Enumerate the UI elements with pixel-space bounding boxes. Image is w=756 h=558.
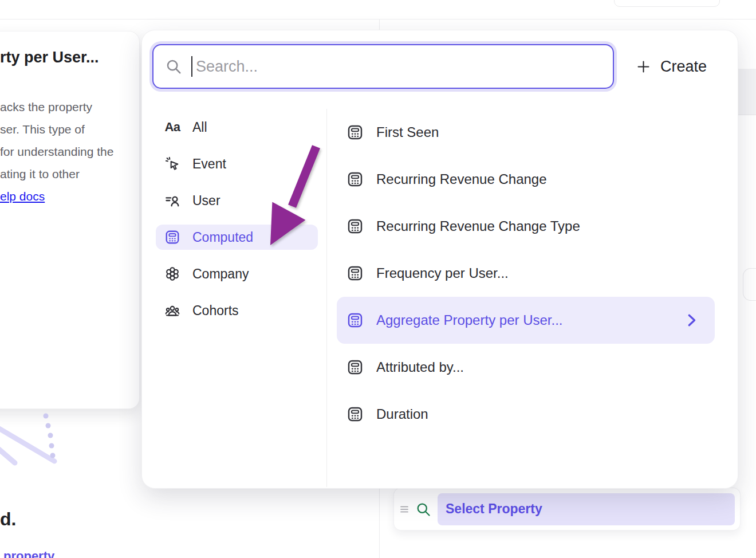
category-label: Company	[192, 266, 249, 282]
user-list-icon	[164, 192, 180, 209]
calculator-icon	[346, 171, 364, 188]
calculator-icon	[346, 265, 364, 282]
category-event[interactable]: Event	[156, 151, 318, 176]
category-computed[interactable]: Computed	[156, 225, 318, 250]
tooltip-title: rty per User...	[0, 49, 99, 66]
category-all[interactable]: AaAll	[156, 115, 318, 140]
property-label: Recurring Revenue Change Type	[376, 218, 580, 234]
property-recurring-revenue-change-type[interactable]: Recurring Revenue Change Type	[337, 203, 715, 250]
category-label: Event	[192, 156, 226, 172]
top-divider	[0, 19, 756, 19]
property-label: Attributed by...	[376, 359, 464, 375]
property-search-icon	[415, 501, 431, 517]
background-panel-edge	[738, 69, 756, 115]
category-list: AaAllEventUserComputedCompanyCohorts	[156, 115, 318, 335]
category-label: User	[192, 193, 220, 209]
clipped-heading: d.	[0, 509, 16, 530]
modal-column-divider	[326, 109, 327, 487]
property-picker-modal: Create AaAllEventUserComputedCompanyCoho…	[142, 30, 738, 488]
property-attributed-by[interactable]: Attributed by...	[337, 344, 715, 391]
tooltip-text-line: ating it to other	[0, 163, 113, 185]
property-select-row: Select Property	[394, 488, 740, 530]
search-icon	[165, 58, 182, 75]
clipped-bottom-link[interactable]: property	[3, 549, 54, 558]
tooltip-text-line: ser. This type of	[0, 118, 113, 140]
calculator-icon	[346, 218, 364, 235]
calculator-icon	[164, 229, 180, 245]
calculator-icon	[346, 124, 364, 141]
category-label: All	[192, 120, 207, 135]
background-tab-edge	[743, 268, 756, 301]
calculator-icon	[346, 406, 364, 423]
category-cohorts[interactable]: Cohorts	[156, 298, 318, 323]
search-box	[152, 44, 614, 89]
text-cursor	[191, 56, 192, 77]
chevron-right-icon	[683, 312, 700, 329]
cohorts-people-icon	[164, 302, 180, 319]
cursor-click-icon	[164, 156, 180, 172]
select-property-button[interactable]: Select Property	[438, 493, 735, 525]
drag-handle-icon[interactable]	[399, 504, 411, 515]
calculator-icon	[346, 312, 364, 329]
create-button-label: Create	[660, 58, 707, 76]
property-label: Recurring Revenue Change	[376, 171, 547, 187]
property-tooltip-card: rty per User... acks the propertyser. Th…	[0, 32, 139, 408]
property-label: Duration	[376, 406, 428, 422]
property-first-seen[interactable]: First Seen	[337, 109, 715, 156]
calculator-icon	[346, 359, 364, 376]
category-label: Cohorts	[192, 303, 239, 319]
category-company[interactable]: Company	[156, 261, 318, 286]
property-label: Aggregate Property per User...	[376, 312, 563, 328]
property-label: Frequency per User...	[376, 265, 509, 281]
property-label: First Seen	[376, 124, 439, 140]
property-recurring-revenue-change[interactable]: Recurring Revenue Change	[337, 156, 715, 203]
search-input[interactable]	[195, 57, 613, 76]
plus-icon	[636, 59, 651, 74]
create-button[interactable]: Create	[636, 58, 707, 76]
property-frequency-per-user[interactable]: Frequency per User...	[337, 250, 715, 297]
tooltip-text-line: for understanding the	[0, 140, 113, 163]
category-user[interactable]: User	[156, 188, 318, 213]
category-label: Computed	[192, 230, 253, 245]
empty-state-decoration	[0, 408, 63, 471]
tooltip-text-line: acks the property	[0, 96, 113, 118]
property-list: First SeenRecurring Revenue ChangeRecurr…	[337, 109, 715, 438]
tooltip-body: acks the propertyser. This type offor un…	[0, 96, 113, 185]
property-duration[interactable]: Duration	[337, 391, 715, 438]
property-aggregate-property-per-user[interactable]: Aggregate Property per User...	[337, 297, 715, 344]
text-aa-icon: Aa	[164, 119, 180, 135]
help-docs-link[interactable]: elp docs	[0, 190, 45, 203]
background-button-outline	[614, 0, 720, 7]
company-cluster-icon	[164, 266, 180, 282]
